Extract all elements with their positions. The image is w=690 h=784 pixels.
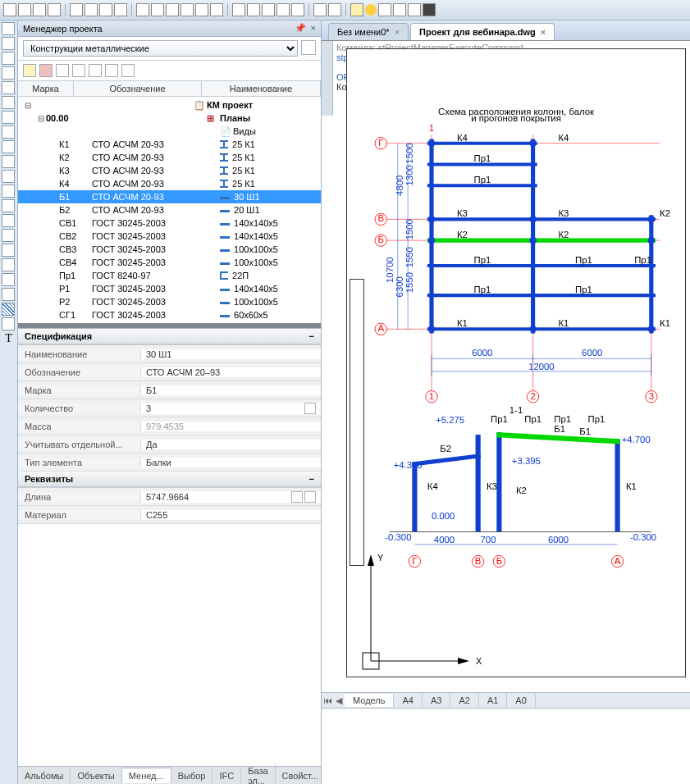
toolbar-icon[interactable] — [276, 3, 290, 16]
toolbar-icon[interactable] — [262, 3, 275, 16]
layout-tab[interactable]: А1 — [479, 694, 507, 707]
tool-icon[interactable] — [2, 288, 15, 301]
tool-icon[interactable] — [2, 229, 15, 242]
tool-icon[interactable] — [2, 199, 15, 212]
tree-item[interactable]: Р1ГОСТ 30245-2003 140х140х5 — [18, 282, 321, 295]
paste-icon[interactable] — [105, 64, 118, 77]
collapse-icon[interactable]: − — [309, 331, 314, 341]
toolbar-icon[interactable] — [423, 3, 436, 16]
toolbar-icon[interactable] — [18, 3, 31, 16]
panel-tab[interactable]: Свойст... — [276, 768, 326, 783]
toolbar-icon[interactable] — [114, 3, 127, 16]
tree-item[interactable]: Пр1ГОСТ 8240-97 22П — [18, 269, 321, 282]
category-dropdown[interactable]: Конструкции металлические — [23, 40, 298, 57]
toolbar-icon[interactable] — [378, 3, 391, 16]
pin-icon[interactable]: 📌 — [295, 23, 306, 33]
tree-item[interactable]: СВ2ГОСТ 30245-2003 140х140х5 — [18, 230, 321, 243]
tool-icon[interactable] — [2, 273, 15, 286]
toolbar-icon[interactable] — [180, 3, 194, 16]
tool-icon[interactable] — [2, 244, 15, 257]
layout-tab[interactable]: А3 — [423, 694, 450, 707]
tool-icon[interactable] — [2, 37, 15, 50]
toolbar-icon[interactable] — [232, 3, 245, 16]
tree-item[interactable]: СГ1ГОСТ 30245-2003 60х60х5 — [18, 308, 321, 321]
toolbar-icon[interactable] — [136, 3, 149, 16]
wizard-icon[interactable] — [301, 40, 316, 55]
tree-view[interactable]: Марка Обозначение Наименование ⊟📋 КМ про… — [18, 81, 321, 323]
property-row[interactable]: Тип элементаБалки — [18, 454, 321, 472]
toolbar-icon[interactable] — [247, 3, 260, 16]
property-row[interactable]: Учитывать отдельной...Да — [18, 435, 321, 454]
tree-item[interactable]: Б1СТО АСЧМ 20-93 30 Ш1 — [18, 190, 321, 203]
tool-icon[interactable] — [2, 52, 15, 65]
tool-icon[interactable] — [2, 258, 15, 271]
tool-icon[interactable] — [2, 22, 15, 35]
drawing-canvas[interactable]: Схема расположения колонн, балок и прого… — [322, 40, 690, 784]
layout-tab[interactable]: А4 — [394, 694, 422, 707]
toolbar-icon[interactable] — [210, 3, 223, 16]
toolbar-icon[interactable] — [33, 3, 46, 16]
toolbar-icon[interactable] — [85, 3, 98, 16]
panel-tab[interactable]: Объекты — [71, 768, 121, 783]
toolbar-icon[interactable] — [99, 3, 112, 16]
tree-item[interactable]: СВ3ГОСТ 30245-2003 100х100х5 — [18, 243, 321, 256]
tree-item[interactable]: К1СТО АСЧМ 20-93 25 К1 — [18, 138, 321, 151]
toolbar-icon[interactable] — [3, 3, 16, 16]
close-tab-icon[interactable]: × — [541, 27, 546, 37]
tool-icon[interactable] — [2, 317, 15, 330]
toolbar-icon[interactable] — [48, 3, 61, 16]
toolbar-icon[interactable] — [195, 3, 208, 16]
tree-item[interactable]: К2СТО АСЧМ 20-93 25 К1 — [18, 151, 321, 164]
tree-item[interactable]: Р2ГОСТ 30245-2003 100х100х5 — [18, 295, 321, 308]
properties-icon[interactable] — [56, 64, 69, 77]
document-tab[interactable]: Без имени0*× — [328, 23, 409, 40]
tool-icon[interactable] — [2, 96, 15, 109]
panel-tab[interactable]: База эл... — [241, 763, 275, 785]
tool-icon[interactable] — [2, 185, 15, 198]
panel-tab[interactable]: Альбомы — [18, 768, 71, 783]
panel-tab[interactable]: IFC — [212, 768, 241, 783]
property-row[interactable]: МаркаБ1 — [18, 381, 321, 399]
tab-nav-first[interactable]: ⏮ — [322, 695, 333, 705]
layout-tab[interactable]: Модель — [345, 694, 394, 707]
tree-item[interactable]: Б2СТО АСЧМ 20-93 20 Ш1 — [18, 203, 321, 217]
toolbar-icon[interactable] — [328, 3, 341, 16]
toolbar-icon[interactable] — [408, 3, 421, 16]
panel-tab[interactable]: Выбор — [171, 768, 213, 783]
tool-icon[interactable] — [2, 140, 15, 153]
tool-text-icon[interactable]: T — [2, 332, 16, 345]
property-row[interactable]: Масса979.4535 — [18, 417, 321, 435]
pick-icon[interactable] — [304, 491, 316, 503]
layout-tab[interactable]: А2 — [450, 694, 478, 707]
tool-icon[interactable] — [2, 170, 15, 183]
tool-icon[interactable] — [2, 155, 15, 168]
sun-icon[interactable] — [365, 4, 377, 16]
toolbar-icon[interactable] — [70, 3, 83, 16]
tree-item[interactable]: К4СТО АСЧМ 20-93 25 К1 — [18, 177, 321, 190]
tree-root[interactable]: ⊟📋 КМ проект — [18, 98, 321, 112]
property-row[interactable]: Длина5747.9664 — [18, 488, 321, 506]
toolbar-icon[interactable] — [393, 3, 406, 16]
property-row[interactable]: ОбозначениеСТО АСЧМ 20–93 — [18, 363, 321, 381]
bulb-icon[interactable] — [350, 3, 363, 16]
refresh-icon[interactable] — [121, 64, 135, 77]
document-tab[interactable]: Проект для вебинара.dwg× — [410, 23, 555, 40]
tree-item[interactable]: СВ1ГОСТ 30245-2003 140х140х5 — [18, 217, 321, 230]
tree-item[interactable]: К3СТО АСЧМ 20-93 25 К1 — [18, 164, 321, 177]
tree-item[interactable]: СВ4ГОСТ 30245-2003 100х100х5 — [18, 256, 321, 269]
property-row[interactable]: Количество3 — [18, 399, 321, 417]
collapse-icon[interactable]: − — [309, 474, 314, 484]
layout-tab[interactable]: А0 — [507, 694, 535, 707]
close-tab-icon[interactable]: × — [395, 27, 400, 37]
toolbar-icon[interactable] — [151, 3, 164, 16]
tool-hatch-icon[interactable] — [2, 303, 15, 316]
edit-icon[interactable] — [291, 491, 303, 503]
tree-root-code[interactable]: ⊟00.00⊞ Планы — [18, 112, 321, 125]
tool-icon[interactable] — [2, 214, 15, 227]
panel-tab[interactable]: Менед... — [122, 768, 171, 783]
new-icon[interactable] — [23, 64, 36, 77]
edit-icon[interactable] — [304, 403, 316, 414]
close-icon[interactable]: × — [311, 23, 316, 33]
property-row[interactable]: Наименование30 Ш1 — [18, 345, 321, 363]
copy-icon[interactable] — [89, 64, 102, 77]
